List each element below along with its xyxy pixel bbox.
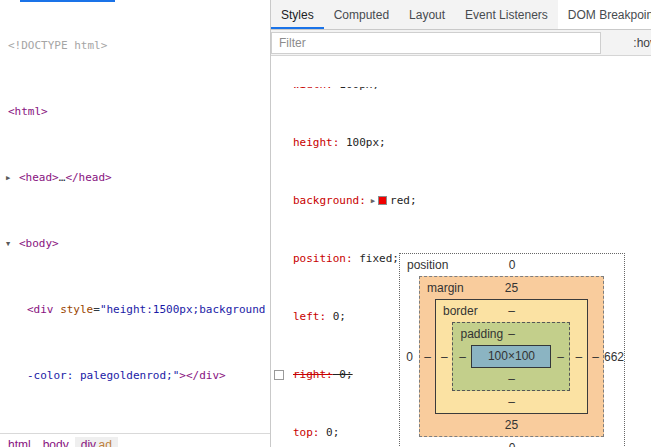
padding-right-value[interactable]: – [551, 350, 569, 364]
clipped-declaration: width: 100px; [271, 87, 651, 92]
pseudo-state-hov-toggle[interactable]: :hov [633, 36, 651, 50]
tab-styles[interactable]: Styles [271, 0, 324, 29]
padding-label: padding [460, 323, 503, 345]
breadcrumb-item-body[interactable]: body [37, 437, 75, 447]
border-bottom-value[interactable]: – [508, 395, 515, 409]
div1-line2[interactable]: -color: palegoldenrod;"></div> [0, 368, 270, 385]
breadcrumb-item-div-ad[interactable]: div.ad [75, 437, 118, 447]
tab-computed[interactable]: Computed [324, 0, 399, 29]
css-declaration-height[interactable]: height: 100px; [271, 136, 651, 151]
styles-filter-input[interactable] [271, 32, 601, 54]
breadcrumb-item-html[interactable]: html [2, 437, 37, 447]
styles-tabbar: Styles Computed Layout Event Listeners D… [271, 0, 651, 30]
elements-panel: <!DOCTYPE html> <html> ▶<head>…</head> ▼… [0, 0, 270, 447]
color-swatch[interactable] [378, 196, 387, 205]
box-model-widget: position0 0 margin25 – border– – [399, 253, 625, 447]
styles-filter-bar: :hov [271, 30, 651, 56]
box-model-content[interactable]: 100×100 [471, 345, 551, 368]
doctype-text: <!DOCTYPE html> [8, 39, 107, 52]
padding-bottom-value[interactable]: – [508, 372, 515, 386]
position-bottom-value[interactable]: 0 [509, 441, 516, 447]
position-label: position [407, 254, 448, 276]
box-model-margin[interactable]: margin25 – border– – padding– [419, 276, 604, 437]
doctype-line[interactable]: <!DOCTYPE html> [0, 38, 270, 55]
div1-line1[interactable]: <div style="height:1500px;background [0, 302, 270, 319]
expanded-arrow-icon[interactable]: ▼ [6, 236, 10, 253]
breadcrumb: html body div.ad [0, 433, 270, 447]
margin-label: margin [427, 277, 464, 299]
box-model-padding[interactable]: padding– – 100×100 – – [452, 322, 570, 391]
border-label: border [443, 300, 478, 322]
shorthand-expand-icon[interactable]: ▶ [371, 194, 375, 209]
declaration-checkbox[interactable] [274, 370, 284, 380]
styles-panel: Styles Computed Layout Event Listeners D… [270, 0, 651, 447]
devtools-window: <!DOCTYPE html> <html> ▶<head>…</head> ▼… [0, 0, 651, 447]
tab-layout[interactable]: Layout [399, 0, 455, 29]
border-left-value[interactable]: – [436, 350, 453, 364]
css-declaration-background[interactable]: background:▶red; [271, 194, 651, 209]
collapsed-arrow-icon[interactable]: ▶ [6, 170, 10, 187]
box-model-border[interactable]: border– – padding– – 100×100 – [435, 299, 588, 414]
dom-tree: <!DOCTYPE html> <html> ▶<head>…</head> ▼… [0, 5, 270, 447]
margin-bottom-value[interactable]: 25 [505, 418, 518, 432]
position-left-value[interactable]: 0 [400, 350, 419, 364]
elements-tab-underline [20, 0, 115, 2]
tab-event-listeners[interactable]: Event Listeners [455, 0, 558, 29]
margin-top-value[interactable]: 25 [505, 281, 518, 295]
padding-left-value[interactable]: – [453, 350, 471, 364]
box-model-position[interactable]: position0 0 margin25 – border– – [399, 253, 625, 447]
padding-top-value[interactable]: – [508, 327, 515, 341]
body-open-line[interactable]: ▼<body> [0, 236, 270, 253]
border-top-value[interactable]: – [508, 304, 515, 318]
margin-left-value[interactable]: – [420, 350, 435, 364]
border-right-value[interactable]: – [570, 350, 587, 364]
position-top-value[interactable]: 0 [509, 258, 516, 272]
tab-dom-breakpoints[interactable]: DOM Breakpoints [558, 0, 651, 29]
margin-right-value[interactable]: – [588, 350, 603, 364]
head-line[interactable]: ▶<head>…</head> [0, 170, 270, 187]
position-right-value[interactable]: 662 [604, 350, 624, 364]
html-open-line[interactable]: <html> [0, 104, 270, 121]
